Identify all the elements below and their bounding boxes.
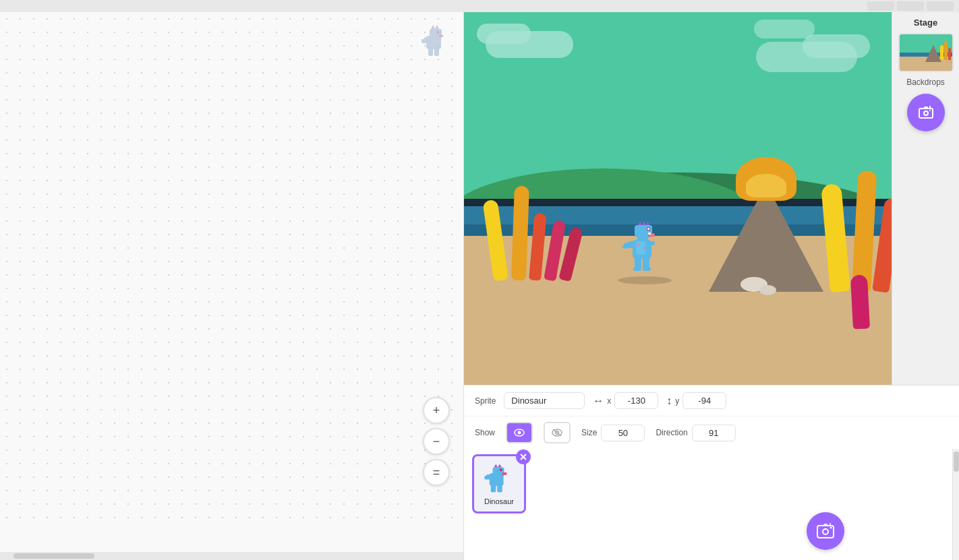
x-icon (520, 454, 527, 460)
zoom-in-button[interactable]: + (423, 397, 450, 424)
sprite-card-image (482, 462, 516, 496)
code-sprite-thumbnail (416, 22, 453, 66)
thumb-volcano (925, 45, 941, 62)
svg-rect-7 (424, 37, 430, 40)
svg-rect-49 (497, 485, 502, 492)
code-area: + − = (0, 12, 463, 526)
surfboards-group (494, 186, 571, 280)
stage-label: Stage (914, 18, 937, 28)
add-backdrop-button[interactable] (907, 94, 945, 131)
show-label: Show (475, 428, 495, 437)
x-label: x (607, 396, 611, 406)
sprite-panel: Sprite ↔ x ↕ y Show (464, 385, 959, 560)
size-label: Size (581, 428, 597, 437)
svg-rect-24 (643, 257, 649, 268)
svg-marker-8 (431, 25, 435, 29)
svg-rect-25 (643, 267, 651, 271)
volcano-lava-inner (746, 174, 786, 197)
cloud-5 (754, 20, 815, 38)
svg-rect-30 (636, 243, 640, 247)
svg-rect-44 (493, 468, 504, 476)
sprite-list-area: Dinosaur (464, 449, 959, 560)
direction-label: Direction (656, 428, 687, 437)
surfboard-orange (511, 186, 529, 281)
svg-rect-2 (436, 31, 439, 34)
top-btn-2[interactable] (897, 1, 924, 11)
svg-marker-9 (435, 25, 439, 29)
code-dino-svg (416, 22, 453, 66)
svg-rect-3 (439, 35, 443, 37)
scene-background (464, 12, 892, 385)
svg-rect-20 (628, 241, 635, 246)
sprite-delete-button[interactable] (516, 449, 531, 464)
stage-side-panel: Stage Backdrops (892, 12, 959, 385)
top-btn-3[interactable] (927, 1, 954, 11)
svg-rect-21 (649, 241, 655, 245)
add-sprite-icon (816, 522, 835, 540)
direction-group: Direction (656, 425, 735, 441)
svg-marker-52 (498, 464, 502, 468)
horizontal-scroll-thumb (13, 553, 94, 559)
direction-input[interactable] (692, 425, 736, 441)
svg-marker-28 (642, 221, 646, 225)
size-group: Size (581, 425, 645, 441)
sprite-panel-scrollbar[interactable] (952, 449, 959, 560)
show-hidden-button[interactable] (544, 422, 571, 443)
stage-canvas-wrapper (464, 12, 892, 385)
main-layout: + − = (0, 12, 959, 560)
y-arrows-icon: ↕ (666, 395, 672, 407)
svg-rect-5 (428, 48, 433, 56)
svg-rect-31 (643, 247, 646, 249)
zoom-out-button[interactable]: − (423, 428, 450, 455)
dino-stage-svg (622, 220, 670, 280)
surfboard-orange2 (529, 213, 547, 281)
svg-marker-29 (646, 222, 649, 225)
size-input[interactable] (601, 425, 645, 441)
y-input[interactable] (682, 392, 726, 409)
top-btn-1[interactable] (867, 1, 894, 11)
magenta-plant (850, 275, 870, 330)
sprite-props-row2: Show Size (464, 416, 959, 449)
top-bar (0, 0, 959, 12)
cloud-4 (803, 34, 870, 58)
sprite-name-input[interactable] (504, 392, 585, 409)
dino-stage-sprite (622, 220, 670, 280)
svg-rect-17 (648, 232, 651, 235)
eye-icon (514, 429, 525, 437)
sprite-props-row1: Sprite ↔ x ↕ y (464, 385, 959, 416)
camera-add-icon (918, 104, 934, 121)
svg-marker-51 (494, 464, 498, 468)
svg-rect-6 (434, 48, 439, 56)
svg-rect-48 (491, 485, 496, 492)
plant-orange-r (852, 170, 877, 292)
zoom-fit-button[interactable]: = (423, 459, 450, 486)
sprite-card-label: Dinosaur (484, 497, 514, 505)
left-panel: + − = (0, 12, 464, 560)
svg-rect-45 (500, 468, 502, 471)
svg-rect-46 (502, 472, 507, 475)
show-visible-button[interactable] (506, 422, 533, 443)
backdrop-label: Backdrops (906, 77, 945, 87)
svg-point-34 (929, 110, 931, 111)
svg-point-55 (830, 527, 832, 529)
cloud-2 (477, 24, 531, 44)
plant-red-r (872, 197, 892, 292)
add-sprite-button[interactable] (807, 512, 844, 550)
svg-rect-14 (647, 228, 649, 230)
sprite-card-dinosaur[interactable]: Dinosaur (472, 454, 526, 514)
sprite-label: Sprite (475, 396, 496, 406)
stage-thumbnail[interactable] (898, 33, 954, 72)
right-panel: Stage Backdrops (464, 12, 959, 560)
svg-rect-32 (919, 108, 933, 118)
svg-rect-23 (633, 267, 641, 271)
svg-marker-27 (638, 221, 642, 225)
svg-point-54 (823, 529, 828, 534)
x-arrows-icon: ↔ (593, 395, 604, 407)
sprite-panel-scroll-thumb (954, 452, 959, 472)
volcano (709, 184, 823, 292)
y-label: y (675, 396, 679, 406)
horizontal-scrollbar[interactable] (0, 552, 463, 560)
stage-canvas (464, 12, 892, 385)
svg-rect-22 (635, 257, 641, 268)
x-input[interactable] (614, 392, 658, 409)
